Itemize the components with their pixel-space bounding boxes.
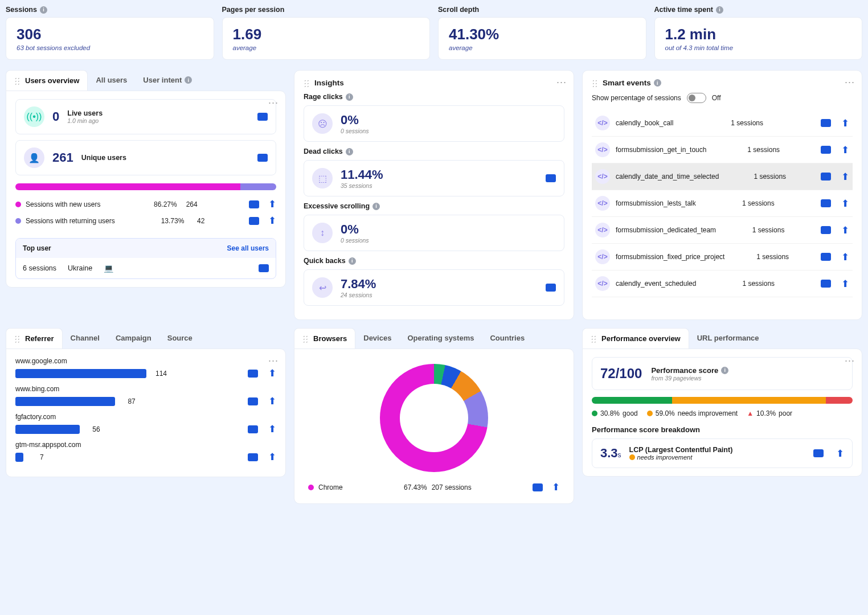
referrer-bar [15,397,115,406]
perf-seg-needs [672,397,826,404]
drag-handle-icon[interactable] [302,335,308,343]
perf-score-sub: from 39 pageviews [651,375,728,382]
more-icon[interactable]: ··· [268,97,279,109]
camera-icon[interactable] [821,146,831,154]
flame-icon[interactable]: ⬆ [268,451,276,463]
tab-browsers[interactable]: Browsers [294,328,355,349]
users-tabs: Users overviewAll usersUser intent i [6,70,286,91]
camera-icon[interactable] [821,280,831,288]
flame-icon[interactable]: ⬆ [841,278,849,290]
info-icon[interactable]: i [346,93,353,101]
info-icon[interactable]: i [40,6,47,14]
camera-icon[interactable] [533,483,543,491]
scroll-icon: ↕ [312,223,333,243]
camera-icon[interactable] [248,453,258,461]
flame-icon[interactable]: ⬆ [268,423,276,435]
kpi-card: Pages per session 1.69 average [222,6,431,60]
flame-icon[interactable]: ⬆ [268,215,276,227]
referrer-bar [15,425,80,434]
drag-handle-icon[interactable] [14,77,20,85]
event-row[interactable]: </> formsubmission_lests_talk 1 sessions… [592,190,853,217]
kpi-box: 1.2 min out of 4.3 min total time [654,17,863,60]
info-icon[interactable]: i [349,257,356,265]
flame-icon[interactable]: ⬆ [841,144,849,156]
tab-referrer[interactable]: Referrer [6,328,63,349]
more-icon[interactable]: ··· [556,76,567,88]
dead-sub: 35 sessions [341,182,383,189]
camera-icon[interactable] [249,217,259,225]
camera-icon[interactable] [248,425,258,433]
tab-source[interactable]: Source [159,328,200,349]
tab-users-overview[interactable]: Users overview [6,70,88,91]
flame-icon[interactable]: ⬆ [268,395,276,407]
info-icon[interactable]: i [716,6,723,14]
tab-performance-overview[interactable]: Performance overview [582,328,689,349]
camera-icon[interactable] [821,253,831,261]
tab-operating-systems[interactable]: Operating systems [399,328,482,349]
camera-icon[interactable] [546,284,556,292]
drag-handle-icon[interactable] [591,335,596,343]
tab-devices[interactable]: Devices [355,328,399,349]
camera-icon[interactable] [257,154,268,162]
tab-all-users[interactable]: All users [88,70,135,91]
flame-icon[interactable]: ⬆ [836,448,844,460]
camera-icon[interactable] [257,113,268,121]
perf-score-value: 72/100 [600,366,642,382]
see-all-users-link[interactable]: See all users [227,244,269,252]
camera-icon[interactable] [821,173,831,181]
drag-handle-icon[interactable] [592,79,597,87]
event-row[interactable]: </> formsubmission_fixed_price_project 1… [592,244,853,270]
event-row[interactable]: </> formsubmission_get_in_touch 1 sessio… [592,137,853,163]
tab-channel[interactable]: Channel [63,328,108,349]
event-row[interactable]: </> calendly_event_scheduled 1 sessions … [592,270,853,297]
info-icon[interactable]: i [372,203,380,210]
flame-icon[interactable]: ⬆ [841,224,849,236]
info-icon[interactable]: i [721,367,728,374]
more-icon[interactable]: ··· [845,76,855,88]
flame-icon[interactable]: ⬆ [841,198,849,210]
info-icon[interactable]: i [185,76,192,84]
camera-icon[interactable] [248,397,258,405]
camera-icon[interactable] [821,119,831,127]
event-row[interactable]: </> calendly_date_and_time_selected 1 se… [592,163,853,190]
flame-icon[interactable]: ⬆ [841,251,849,263]
id-card-icon[interactable] [259,264,269,272]
tab-user-intent[interactable]: User intent i [135,70,200,91]
dot-icon [629,454,635,460]
flame-icon[interactable]: ⬆ [268,367,276,379]
camera-icon[interactable] [821,226,831,234]
tab-url-performance[interactable]: URL performance [689,328,767,349]
info-icon[interactable]: i [654,79,661,87]
event-row[interactable]: </> calendly_book_call 1 sessions ⬆ [592,110,853,137]
flame-icon[interactable]: ⬆ [841,117,849,129]
tab-campaign[interactable]: Campaign [108,328,159,349]
flame-icon[interactable]: ⬆ [268,198,276,210]
more-icon[interactable]: ··· [268,355,279,367]
legend-count: 264 [182,200,198,208]
flame-icon[interactable]: ⬆ [841,171,849,183]
code-icon: </> [595,223,610,237]
drag-handle-icon[interactable] [304,79,309,87]
referrer-name: fgfactory.com [15,413,276,421]
camera-icon[interactable] [813,449,824,457]
event-row[interactable]: </> formsubmission_dedicated_team 1 sess… [592,217,853,244]
camera-icon[interactable] [821,199,831,207]
flame-icon[interactable]: ⬆ [552,481,560,493]
kpi-value: 1.2 min [665,26,852,43]
camera-icon[interactable] [249,200,259,208]
drag-handle-icon[interactable] [14,335,20,343]
code-icon: </> [595,116,610,130]
info-icon[interactable]: i [346,148,353,155]
scroll-value: 0% [341,222,369,237]
browser-legend: Chrome 67.43% 207 sessions ⬆ [304,479,564,495]
kpi-value: 1.69 [233,26,420,43]
camera-icon[interactable] [248,370,258,378]
code-icon: </> [595,196,610,211]
legend-pct: 13.73% [159,217,184,225]
tab-countries[interactable]: Countries [482,328,533,349]
more-icon[interactable]: ··· [845,355,855,367]
referrer-row: www.bing.com 87 ⬆ [15,385,276,407]
dot-icon [647,411,653,416]
toggle-switch[interactable] [687,93,706,103]
camera-icon[interactable] [546,174,556,182]
